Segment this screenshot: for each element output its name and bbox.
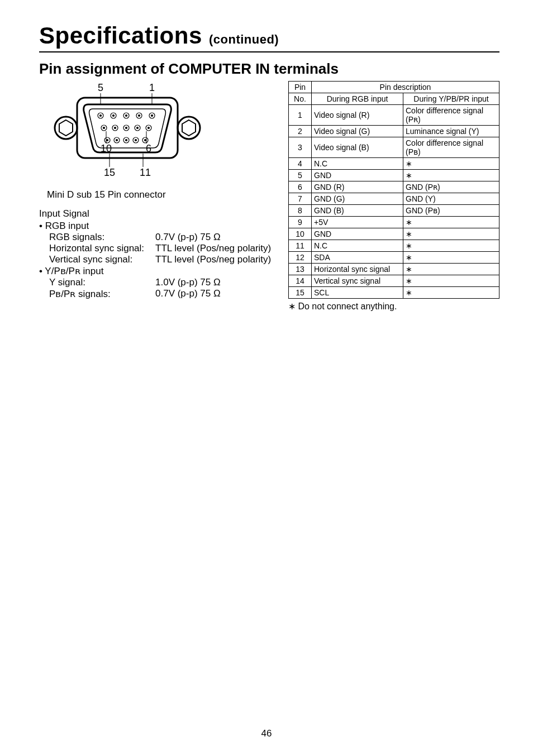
svg-point-12 bbox=[100, 115, 102, 117]
svg-point-38 bbox=[135, 140, 137, 141]
ypbpr-bullet: • Y/Pʙ/Pʀ input bbox=[39, 265, 285, 277]
connector-diagram: 5 1 10 6 15 11 bbox=[45, 82, 285, 185]
th-pin: Pin bbox=[289, 82, 312, 93]
table-row: 6GND (R)GND (Pʀ) bbox=[289, 181, 499, 193]
table-row: 11N.C∗ bbox=[289, 240, 499, 252]
pin-table-body: 1Video signal (R)Color difference signal… bbox=[289, 105, 499, 299]
table-row: 14Vertical sync signal∗ bbox=[289, 275, 499, 287]
svg-point-34 bbox=[116, 140, 118, 141]
table-row: 5GND∗ bbox=[289, 170, 499, 181]
table-row: 9+5V∗ bbox=[289, 217, 499, 228]
svg-point-24 bbox=[115, 127, 116, 129]
content-row: 5 1 10 6 15 11 bbox=[39, 81, 499, 312]
rgb-label-2: Vertical sync signal: bbox=[39, 254, 155, 265]
ypbpr-row-0: Y signal: 1.0V (p-p) 75 Ω bbox=[39, 277, 285, 288]
table-row: 1Video signal (R)Color difference signal… bbox=[289, 105, 499, 126]
svg-point-36 bbox=[126, 140, 127, 141]
svg-point-20 bbox=[151, 115, 153, 117]
svg-point-32 bbox=[107, 140, 108, 141]
svg-point-40 bbox=[145, 140, 146, 141]
left-column: 5 1 10 6 15 11 bbox=[39, 81, 285, 300]
pin-table: Pin Pin description No. During RGB input… bbox=[288, 81, 499, 299]
table-footnote: ∗ Do not connect anything. bbox=[288, 301, 499, 312]
svg-marker-10 bbox=[182, 120, 196, 136]
ypbpr-value-1: 0.7V (p-p) 75 Ω bbox=[155, 288, 285, 300]
svg-point-22 bbox=[103, 127, 105, 129]
svg-point-16 bbox=[126, 115, 127, 117]
table-row: 3Video signal (B)Color difference signal… bbox=[289, 137, 499, 158]
table-row: 10GND∗ bbox=[289, 228, 499, 240]
title-divider bbox=[39, 51, 499, 52]
right-column: Pin Pin description No. During RGB input… bbox=[288, 81, 499, 312]
svg-point-18 bbox=[139, 115, 140, 117]
ypbpr-label-0: Y signal: bbox=[39, 277, 155, 288]
th-yp: During Y/PB/PR input bbox=[403, 93, 499, 105]
table-row: 13Horizontal sync signal∗ bbox=[289, 264, 499, 275]
page-number: 46 bbox=[0, 728, 533, 739]
section-title: Pin assignment of COMPUTER IN terminals bbox=[39, 60, 499, 78]
ypbpr-row-1: Pʙ/Pʀ signals: 0.7V (p-p) 75 Ω bbox=[39, 288, 285, 300]
table-row: 2Video signal (G)Luminance signal (Y) bbox=[289, 126, 499, 137]
connector-caption: Mini D sub 15 Pin connector bbox=[47, 189, 285, 200]
title-main: Specifications bbox=[39, 22, 202, 49]
svg-point-26 bbox=[126, 127, 127, 129]
table-row: 12SDA∗ bbox=[289, 252, 499, 264]
svg-point-28 bbox=[137, 127, 139, 129]
svg-text:1: 1 bbox=[149, 82, 155, 93]
svg-marker-8 bbox=[59, 120, 73, 136]
rgb-label-0: RGB signals: bbox=[39, 232, 155, 243]
rgb-bullet: • RGB input bbox=[39, 221, 285, 232]
table-row: 8GND (B)GND (Pʙ) bbox=[289, 205, 499, 217]
rgb-label-1: Horizontal sync signal: bbox=[39, 243, 155, 254]
rgb-row-2: Vertical sync signal: TTL level (Pos/neg… bbox=[39, 254, 285, 265]
table-row: 15SCL∗ bbox=[289, 287, 499, 299]
title-continued: (continued) bbox=[209, 32, 279, 46]
th-no: No. bbox=[289, 93, 312, 105]
rgb-row-1: Horizontal sync signal: TTL level (Pos/n… bbox=[39, 243, 285, 254]
th-desc: Pin description bbox=[312, 82, 499, 93]
ypbpr-label-1: Pʙ/Pʀ signals: bbox=[39, 288, 155, 300]
table-row: 4N.C∗ bbox=[289, 158, 499, 170]
rgb-value-0: 0.7V (p-p) 75 Ω bbox=[155, 232, 285, 243]
ypbpr-value-0: 1.0V (p-p) 75 Ω bbox=[155, 277, 285, 288]
svg-text:5: 5 bbox=[98, 82, 103, 93]
page-title: Specifications (continued) bbox=[39, 22, 499, 49]
input-signal-heading: Input Signal bbox=[39, 208, 285, 219]
svg-text:15: 15 bbox=[104, 167, 115, 178]
rgb-value-2: TTL level (Pos/neg polarity) bbox=[155, 254, 285, 265]
svg-point-30 bbox=[148, 127, 150, 129]
table-row: 7GND (G)GND (Y) bbox=[289, 193, 499, 205]
rgb-value-1: TTL level (Pos/neg polarity) bbox=[155, 243, 285, 254]
svg-text:11: 11 bbox=[140, 167, 151, 178]
rgb-row-0: RGB signals: 0.7V (p-p) 75 Ω bbox=[39, 232, 285, 243]
svg-point-14 bbox=[113, 115, 115, 117]
th-rgb: During RGB input bbox=[312, 93, 403, 105]
